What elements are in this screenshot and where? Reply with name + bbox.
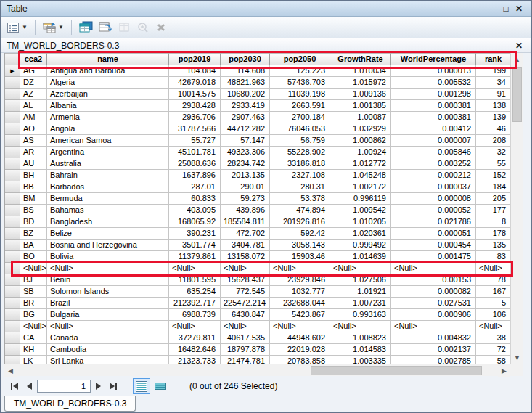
- scroll-down-icon[interactable]: ▼: [511, 351, 523, 364]
- table-cell[interactable]: 11379.861: [169, 251, 221, 263]
- table-cell[interactable]: 0.000906: [391, 309, 476, 321]
- table-cell[interactable]: 0.000381: [391, 100, 476, 112]
- table-cell[interactable]: <Null>: [221, 263, 270, 274]
- row-selector[interactable]: [5, 135, 20, 147]
- table-cell[interactable]: KH: [20, 344, 47, 356]
- row-selector[interactable]: [5, 240, 20, 251]
- table-options-button[interactable]: ▼: [5, 20, 29, 36]
- table-cell[interactable]: <Null>: [330, 321, 391, 332]
- table-cell[interactable]: 0.000381: [391, 112, 476, 123]
- table-cell[interactable]: AR: [20, 147, 47, 158]
- table-cell[interactable]: 232688.044: [270, 298, 330, 309]
- vertical-scroll-thumb[interactable]: [512, 67, 522, 122]
- table-cell[interactable]: 1.045248: [330, 170, 391, 181]
- table-cell[interactable]: 37279.811: [169, 332, 221, 344]
- table-cell[interactable]: 1.003335: [330, 356, 391, 364]
- table-cell[interactable]: 403.095: [169, 205, 221, 216]
- table-cell[interactable]: 18797.878: [221, 344, 270, 356]
- table-cell[interactable]: AG: [20, 65, 47, 77]
- table-cell[interactable]: 91: [476, 89, 511, 100]
- table-cell[interactable]: 0.996119: [330, 193, 391, 205]
- table-cell[interactable]: <Null>: [476, 263, 511, 274]
- table-cell[interactable]: DZ: [20, 77, 47, 89]
- table-cell[interactable]: 114.608: [221, 65, 270, 77]
- last-record-button[interactable]: [105, 380, 120, 393]
- row-selector[interactable]: [5, 344, 20, 356]
- table-cell[interactable]: 57436.703: [270, 77, 330, 89]
- table-cell[interactable]: 0.00412: [391, 123, 476, 135]
- column-header-pop2050[interactable]: pop2050: [270, 53, 330, 65]
- table-cell[interactable]: 45101.781: [169, 147, 221, 158]
- row-selector[interactable]: [5, 193, 20, 205]
- table-cell[interactable]: 225472.214: [221, 298, 270, 309]
- table-cell[interactable]: 199: [476, 65, 511, 77]
- row-selector[interactable]: [5, 332, 20, 344]
- table-cell[interactable]: 2933.419: [221, 100, 270, 112]
- table-cell[interactable]: Bangladesh: [47, 216, 169, 228]
- table-cell[interactable]: 21323.733: [169, 356, 221, 364]
- table-cell[interactable]: 1.010205: [330, 216, 391, 228]
- table-cell[interactable]: 177: [476, 205, 511, 216]
- close-button[interactable]: ✕: [512, 3, 525, 15]
- table-cell[interactable]: 44948.602: [270, 332, 330, 344]
- current-record-input[interactable]: [37, 380, 91, 393]
- table-cell[interactable]: BG: [20, 309, 47, 321]
- table-cell[interactable]: 0.000454: [391, 240, 476, 251]
- table-cell[interactable]: 0.005532: [391, 77, 476, 89]
- table-cell[interactable]: 1.001385: [330, 100, 391, 112]
- row-selector[interactable]: [5, 112, 20, 123]
- next-record-button[interactable]: [91, 380, 105, 393]
- table-cell[interactable]: 15628.437: [221, 274, 270, 286]
- table-cell[interactable]: 78: [476, 274, 511, 286]
- table-cell[interactable]: BM: [20, 193, 47, 205]
- table-cell[interactable]: 1.002172: [330, 181, 391, 193]
- table-cell[interactable]: 55228.902: [270, 147, 330, 158]
- tab-tm-world-borders[interactable]: TM_WORLD_BORDERS-0.3: [4, 396, 136, 412]
- table-cell[interactable]: Canada: [47, 332, 169, 344]
- table-cell[interactable]: 6988.739: [169, 309, 221, 321]
- table-cell[interactable]: Albania: [47, 100, 169, 112]
- table-cell[interactable]: 138: [476, 100, 511, 112]
- table-cell[interactable]: AM: [20, 112, 47, 123]
- show-selected-records-button[interactable]: [152, 378, 169, 394]
- table-cell[interactable]: Bolivia: [47, 251, 169, 263]
- row-selector[interactable]: [5, 123, 20, 135]
- column-header-cca2[interactable]: cca2: [20, 53, 47, 65]
- table-cell[interactable]: LK: [20, 356, 47, 364]
- table-cell[interactable]: Armenia: [47, 112, 169, 123]
- row-selector[interactable]: [5, 228, 20, 240]
- row-selector[interactable]: [5, 89, 20, 100]
- table-cell[interactable]: 2013.135: [221, 170, 270, 181]
- table-cell[interactable]: 1.014583: [330, 344, 391, 356]
- column-header-WorldPercentage[interactable]: WorldPercentage: [391, 53, 476, 65]
- table-cell[interactable]: 6430.847: [221, 309, 270, 321]
- table-cell[interactable]: AU: [20, 158, 47, 170]
- table-cell[interactable]: 212392.717: [169, 298, 221, 309]
- table-cell[interactable]: 1.00087: [330, 112, 391, 123]
- table-cell[interactable]: 772.545: [221, 286, 270, 298]
- table-cell[interactable]: 2700.184: [270, 112, 330, 123]
- table-cell[interactable]: AS: [20, 135, 47, 147]
- table-cell[interactable]: <Null>: [476, 321, 511, 332]
- table-cell[interactable]: Angola: [47, 123, 169, 135]
- column-header-rank[interactable]: rank: [476, 53, 511, 65]
- row-selector[interactable]: [5, 274, 20, 286]
- table-cell[interactable]: Bahamas: [47, 205, 169, 216]
- table-cell[interactable]: 55: [476, 158, 511, 170]
- table-cell[interactable]: AO: [20, 123, 47, 135]
- table-cell[interactable]: 0.993163: [330, 309, 391, 321]
- table-cell[interactable]: 22019.028: [270, 344, 330, 356]
- table-cell[interactable]: 13158.072: [221, 251, 270, 263]
- table-cell[interactable]: 10014.575: [169, 89, 221, 100]
- table-cell[interactable]: 49323.306: [221, 147, 270, 158]
- table-cell[interactable]: <Null>: [169, 263, 221, 274]
- table-cell[interactable]: Azerbaijan: [47, 89, 169, 100]
- table-cell[interactable]: 2663.591: [270, 100, 330, 112]
- table-cell[interactable]: 167: [476, 286, 511, 298]
- table-cell[interactable]: 1.032929: [330, 123, 391, 135]
- panel-close-button[interactable]: ✕: [512, 40, 525, 52]
- table-cell[interactable]: <Null>: [391, 263, 476, 274]
- table-cell[interactable]: 0.001475: [391, 251, 476, 263]
- row-selector[interactable]: [5, 147, 20, 158]
- table-cell[interactable]: Bahrain: [47, 170, 169, 181]
